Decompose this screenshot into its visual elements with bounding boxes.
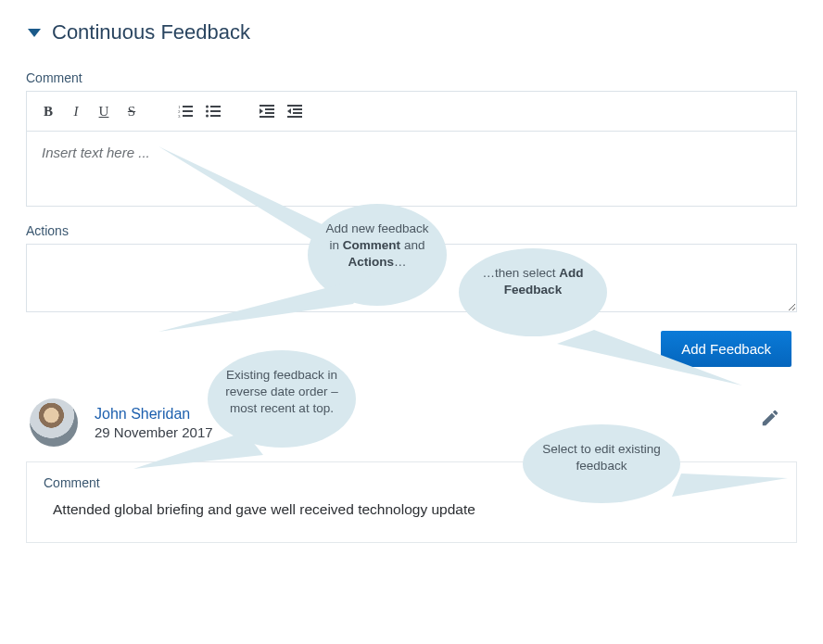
svg-point-9 — [206, 106, 209, 108]
svg-marker-16 — [260, 108, 263, 114]
annotation-bubble: …then select Add Feedback — [459, 248, 607, 336]
svg-point-10 — [206, 110, 209, 113]
svg-text:3: 3 — [178, 114, 181, 118]
svg-rect-20 — [287, 116, 302, 118]
svg-rect-2 — [183, 115, 193, 117]
svg-rect-0 — [183, 106, 193, 107]
svg-marker-21 — [287, 108, 291, 114]
svg-rect-13 — [265, 108, 274, 110]
edit-feedback-button[interactable] — [760, 408, 784, 432]
svg-rect-7 — [210, 110, 221, 112]
unordered-list-button[interactable] — [201, 99, 225, 123]
strikethrough-button[interactable]: S — [120, 99, 144, 123]
annotation-bubble: Add new feedback in Comment and Actions… — [308, 204, 447, 306]
svg-rect-6 — [210, 106, 221, 107]
feedback-author[interactable]: John Sheridan — [95, 406, 213, 423]
italic-button[interactable]: I — [64, 99, 88, 123]
ordered-list-icon: 123 — [178, 105, 193, 118]
comment-textarea[interactable]: Insert text here ... — [27, 132, 796, 206]
editor-toolbar: B I U S 123 — [27, 92, 796, 132]
avatar — [30, 398, 78, 447]
indent-button[interactable] — [283, 99, 307, 123]
outdent-icon — [260, 105, 274, 118]
indent-icon — [287, 105, 302, 118]
svg-rect-1 — [183, 110, 193, 112]
svg-rect-14 — [265, 112, 274, 114]
pencil-icon — [760, 408, 780, 428]
feedback-date: 29 November 2017 — [95, 424, 213, 440]
svg-rect-12 — [260, 105, 274, 107]
svg-rect-19 — [293, 112, 302, 114]
feedback-item: John Sheridan 29 November 2017 Comment A… — [26, 395, 797, 543]
comment-label: Comment — [26, 70, 797, 85]
svg-rect-17 — [287, 105, 302, 107]
bold-button[interactable]: B — [36, 99, 60, 123]
svg-rect-18 — [293, 108, 302, 110]
ordered-list-button[interactable]: 123 — [173, 99, 197, 123]
annotation-bubble: Select to edit existing feedback — [523, 424, 680, 503]
annotation-bubble: Existing feedback in reverse date order … — [208, 350, 356, 448]
feedback-comment-text: Attended global briefing and gave well r… — [44, 501, 779, 518]
editor-placeholder: Insert text here ... — [42, 145, 150, 160]
add-feedback-button[interactable]: Add Feedback — [661, 331, 791, 367]
svg-point-11 — [206, 115, 209, 118]
page-title: Continuous Feedback — [52, 20, 250, 44]
svg-rect-8 — [210, 115, 221, 117]
svg-rect-15 — [260, 116, 274, 118]
section-header[interactable]: Continuous Feedback — [26, 20, 797, 44]
chevron-down-icon — [28, 29, 41, 37]
unordered-list-icon — [206, 105, 221, 118]
outdent-button[interactable] — [255, 99, 279, 123]
comment-editor: B I U S 123 Insert text here ... — [26, 91, 797, 207]
underline-button[interactable]: U — [92, 99, 116, 123]
